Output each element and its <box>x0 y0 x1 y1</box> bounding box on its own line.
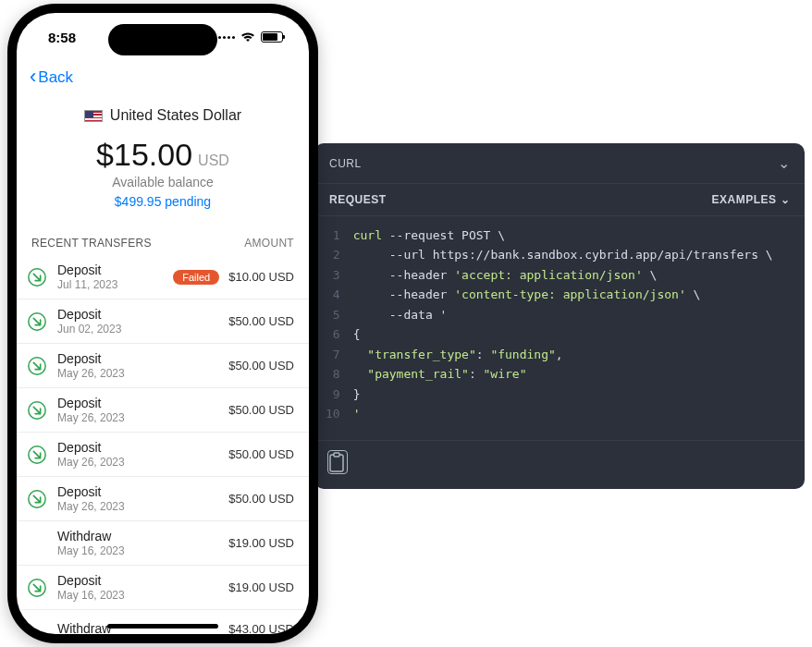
transfer-date: May 26, 2023 <box>57 500 219 513</box>
transfer-list[interactable]: DepositJul 11, 2023Failed$10.00 USDDepos… <box>17 255 309 634</box>
code-panel: CURL ⌄ REQUEST EXAMPLES ⌄ 12345678910 cu… <box>314 143 805 489</box>
home-indicator[interactable] <box>107 624 218 629</box>
chevron-down-icon[interactable]: ⌄ <box>778 154 791 172</box>
line-number: 9 <box>326 385 340 404</box>
transfer-amount: $50.00 USD <box>228 447 294 461</box>
balance-amount: $15.00 USD <box>17 137 309 173</box>
line-number: 6 <box>326 324 340 344</box>
transfer-main: DepositMay 26, 2023 <box>57 396 219 424</box>
transfer-amount: $43.00 USD <box>228 622 294 635</box>
transfer-amount: $50.00 USD <box>228 314 294 328</box>
transfer-title: Deposit <box>57 396 219 410</box>
phone-notch <box>108 24 217 55</box>
deposit-icon <box>26 488 48 510</box>
panel-subheader: REQUEST EXAMPLES ⌄ <box>314 183 805 216</box>
status-badge: Failed <box>173 270 219 285</box>
code-block[interactable]: 12345678910 curl --request POST \ --url … <box>314 216 805 440</box>
transfer-date: May 16, 2023 <box>57 589 219 602</box>
transfer-date: May 26, 2023 <box>57 456 219 469</box>
deposit-icon <box>26 266 48 288</box>
currency-name: United States Dollar <box>110 107 241 124</box>
transfer-main: DepositMay 26, 2023 <box>57 484 219 513</box>
back-button[interactable]: ‹ Back <box>30 68 73 87</box>
back-label: Back <box>38 68 73 87</box>
line-number: 2 <box>326 245 340 264</box>
transfers-label: RECENT TRANSFERS <box>31 237 152 250</box>
transfer-row[interactable]: DepositMay 26, 2023$50.00 USD <box>17 344 309 388</box>
transfer-title: Deposit <box>57 440 219 455</box>
transfer-title: Deposit <box>57 262 164 277</box>
examples-dropdown[interactable]: EXAMPLES ⌄ <box>711 193 790 206</box>
transfer-row[interactable]: DepositMay 16, 2023$19.00 USD <box>17 566 309 610</box>
line-number: 5 <box>326 305 340 324</box>
transfer-main: DepositJul 11, 2023 <box>57 262 164 291</box>
transfer-amount: $50.00 USD <box>228 492 294 506</box>
transfer-amount: $10.00 USD <box>228 270 294 284</box>
clipboard-icon <box>329 452 346 472</box>
deposit-icon <box>26 577 48 599</box>
balance-value: $15.00 <box>96 137 192 173</box>
deposit-icon <box>26 399 48 421</box>
transfers-section-header: RECENT TRANSFERS AMOUNT <box>17 220 309 255</box>
line-number: 1 <box>326 226 340 245</box>
transfer-main: DepositJun 02, 2023 <box>57 307 219 336</box>
us-flag-icon <box>84 110 103 122</box>
transfer-title: Withdraw <box>57 529 219 543</box>
account-header: United States Dollar $15.00 USD Availabl… <box>17 94 309 220</box>
balance-label: Available balance <box>17 175 309 189</box>
amount-label: AMOUNT <box>244 237 294 250</box>
transfer-amount: $19.00 USD <box>228 536 294 550</box>
chevron-left-icon: ‹ <box>30 67 36 87</box>
panel-tab-label: CURL <box>329 157 362 170</box>
nav-bar: ‹ Back <box>17 61 309 94</box>
transfer-row[interactable]: DepositMay 26, 2023$50.00 USD <box>17 433 309 477</box>
request-label: REQUEST <box>329 193 387 206</box>
line-number: 8 <box>326 364 340 384</box>
copy-button[interactable] <box>327 450 348 474</box>
status-icons <box>218 31 283 43</box>
transfer-date: May 26, 2023 <box>57 367 219 380</box>
transfer-title: Deposit <box>57 484 219 499</box>
line-number: 7 <box>326 345 340 364</box>
deposit-icon <box>26 355 48 377</box>
transfer-amount: $50.00 USD <box>228 359 294 372</box>
status-time: 8:58 <box>48 30 76 45</box>
code-content: curl --request POST \ --url https://bank… <box>353 226 773 423</box>
transfer-row[interactable]: WithdrawMay 16, 2023$19.00 USD <box>17 521 309 566</box>
transfer-title: Deposit <box>57 351 219 366</box>
transfer-main: DepositMay 26, 2023 <box>57 351 219 380</box>
cellular-icon <box>218 36 235 39</box>
transfer-title: Deposit <box>57 573 219 588</box>
transfer-main: DepositMay 16, 2023 <box>57 573 219 602</box>
examples-label: EXAMPLES <box>711 193 776 206</box>
line-number: 3 <box>326 265 340 285</box>
transfer-main: DepositMay 26, 2023 <box>57 440 219 469</box>
transfer-row[interactable]: DepositMay 26, 2023$50.00 USD <box>17 477 309 521</box>
transfer-row[interactable]: Withdraw$43.00 USD <box>17 610 309 634</box>
balance-suffix: USD <box>198 153 229 169</box>
transfer-row[interactable]: DepositMay 26, 2023$50.00 USD <box>17 388 309 433</box>
code-gutter: 12345678910 <box>326 226 353 423</box>
transfer-amount: $19.00 USD <box>228 580 294 594</box>
pending-link[interactable]: $499.95 pending <box>17 194 309 209</box>
transfer-main: WithdrawMay 16, 2023 <box>57 529 219 557</box>
panel-footer <box>314 440 805 489</box>
line-number: 10 <box>326 404 340 423</box>
transfer-date: May 16, 2023 <box>57 544 219 557</box>
transfer-title: Deposit <box>57 307 219 322</box>
wifi-icon <box>240 31 255 43</box>
phone-screen: 8:58 ‹ Back United States Dollar $15.00 <box>17 13 309 634</box>
chevron-down-icon: ⌄ <box>781 193 791 206</box>
transfer-date: May 26, 2023 <box>57 411 219 424</box>
panel-header[interactable]: CURL ⌄ <box>314 143 805 183</box>
currency-row: United States Dollar <box>17 107 309 124</box>
phone-frame: 8:58 ‹ Back United States Dollar $15.00 <box>7 4 318 643</box>
transfer-date: Jul 11, 2023 <box>57 278 164 291</box>
transfer-row[interactable]: DepositJun 02, 2023$50.00 USD <box>17 299 309 344</box>
deposit-icon <box>26 311 48 333</box>
transfer-amount: $50.00 USD <box>228 403 294 417</box>
transfer-row[interactable]: DepositJul 11, 2023Failed$10.00 USD <box>17 255 309 299</box>
line-number: 4 <box>326 285 340 304</box>
svg-rect-10 <box>334 453 339 457</box>
deposit-icon <box>26 444 48 466</box>
